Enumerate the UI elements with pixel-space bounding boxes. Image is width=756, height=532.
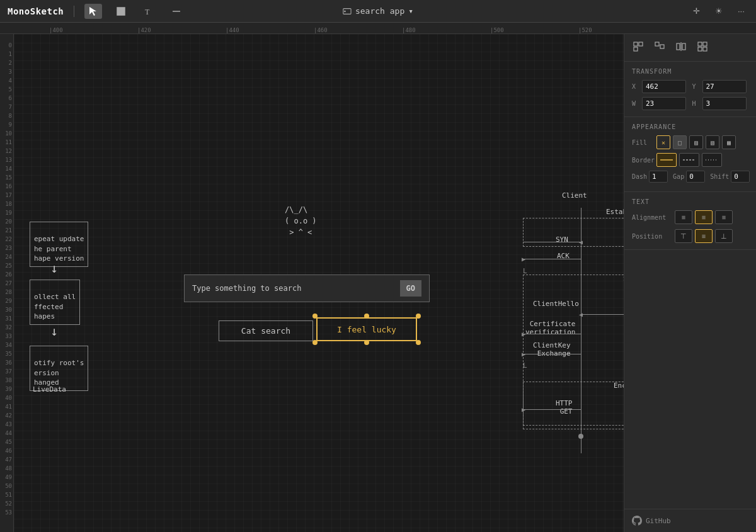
- align-center-btn[interactable]: ≡: [695, 210, 713, 224]
- w-field: W: [632, 97, 689, 110]
- ruler-mark: |520: [578, 27, 592, 33]
- seq-client-label: Client: [562, 191, 587, 200]
- panel-icon-3[interactable]: [672, 39, 690, 56]
- dash-row: Dash Gap Shift: [632, 171, 748, 183]
- h-input[interactable]: [702, 97, 747, 110]
- transform-title: TRANSFORM: [632, 68, 748, 75]
- gap-input[interactable]: [686, 171, 705, 183]
- svg-rect-17: [703, 47, 707, 51]
- ruler-mark: |460: [314, 27, 328, 33]
- border-row: Border: [632, 153, 748, 167]
- seq-http-get-label: HTTPGET: [556, 399, 573, 416]
- seq-l2-marker: L: [523, 361, 527, 370]
- transform-grid: X Y W H: [632, 80, 748, 110]
- gap-label: Gap: [673, 173, 684, 180]
- ruler-mark: |400: [49, 27, 63, 33]
- w-label: W: [632, 100, 639, 107]
- toolbar-sep-1: [74, 6, 74, 17]
- lucky-button[interactable]: I feel lucky: [316, 317, 417, 341]
- seq-end-dot: [578, 434, 583, 439]
- panel-icon-2[interactable]: [651, 39, 668, 56]
- transform-section: TRANSFORM X Y W H: [624, 62, 756, 117]
- alignment-buttons: ≡ ≡ ≡: [675, 210, 733, 224]
- fill-style-solid[interactable]: □: [673, 135, 687, 149]
- fill-swatch-x[interactable]: ✕: [656, 135, 670, 149]
- pos-bot-btn[interactable]: ⊥: [715, 229, 733, 243]
- svg-rect-12: [682, 43, 685, 50]
- seq-syn-label: SYN: [556, 235, 568, 244]
- seq-syn-arrow: ◀: [579, 239, 583, 246]
- svg-marker-0: [89, 7, 96, 16]
- panel-icon-1[interactable]: [629, 39, 647, 56]
- ruler-mark: |420: [137, 27, 151, 33]
- position-row: Position ⊤ ≡ ⊥: [632, 229, 748, 243]
- align-right-btn[interactable]: ≡: [715, 210, 733, 224]
- text-section: TEXT Alignment ≡ ≡ ≡ Position ⊤ ≡ ⊥: [624, 192, 756, 250]
- arrow-1: ↓: [50, 261, 58, 276]
- github-footer[interactable]: GitHub: [624, 509, 756, 532]
- position-label: Position: [632, 233, 670, 240]
- seq-ack-arrow: ▶: [522, 256, 525, 263]
- seq-clienthello-label: ClientHello: [533, 300, 579, 308]
- menu-tool[interactable]: ···: [734, 4, 748, 18]
- svg-text:T: T: [145, 8, 150, 16]
- border-style-solid[interactable]: [656, 153, 677, 167]
- fill-style-4[interactable]: ▩: [722, 135, 736, 149]
- align-left-btn[interactable]: ≡: [675, 210, 692, 224]
- gap-field: Gap: [673, 171, 705, 183]
- seq-httpget-arrow: ▶: [522, 406, 525, 413]
- pos-mid-btn[interactable]: ≡: [695, 229, 713, 243]
- vertical-ruler: 0 1 2 3 4 5 6 7 8 9 10 11 12 13 14 15 16…: [0, 34, 14, 532]
- seq-clienthello-arrow: ◀: [579, 311, 583, 318]
- position-buttons: ⊤ ≡ ⊥: [675, 229, 733, 243]
- alignment-row: Alignment ≡ ≡ ≡: [632, 210, 748, 224]
- seq-encrypt-label: Encrypt: [614, 382, 624, 390]
- x-input[interactable]: [642, 80, 686, 93]
- dash-input[interactable]: [649, 171, 668, 183]
- svg-rect-8: [639, 42, 643, 46]
- y-field: Y: [692, 80, 749, 93]
- search-box[interactable]: Type something to search GO: [184, 274, 430, 302]
- border-label: Border: [632, 157, 654, 164]
- app-logo: MonoSketch: [8, 6, 64, 16]
- alignment-label: Alignment: [632, 214, 670, 221]
- pos-top-btn[interactable]: ⊤: [675, 229, 692, 243]
- ruler-mark: |440: [226, 27, 239, 33]
- toolbar: MonoSketch T search app ▾ ✛ ☀ ···: [0, 0, 756, 23]
- border-style-dotted[interactable]: [702, 153, 722, 167]
- left-text-box-1: epeat updatehe parenthape version: [30, 222, 88, 267]
- horizontal-ruler: |400 |420 |440 |460 |480 |500 |520: [0, 23, 756, 34]
- svg-point-5: [344, 10, 346, 12]
- lucky-button-container[interactable]: I feel lucky: [315, 316, 418, 342]
- panel-icon-4[interactable]: [694, 39, 711, 56]
- search-go-button[interactable]: GO: [400, 280, 421, 297]
- move-tool[interactable]: ✛: [689, 4, 704, 18]
- theme-tool[interactable]: ☀: [711, 4, 726, 18]
- fill-style-2[interactable]: ▨: [689, 135, 703, 149]
- svg-rect-15: [703, 42, 707, 46]
- project-name-area[interactable]: search app ▾: [343, 6, 413, 16]
- x-field: X: [632, 80, 689, 93]
- right-panel: TRANSFORM X Y W H: [624, 34, 756, 532]
- border-style-dashed[interactable]: [679, 153, 699, 167]
- y-input[interactable]: [702, 80, 747, 93]
- text-title: TEXT: [632, 198, 748, 205]
- line-tool[interactable]: [168, 4, 185, 19]
- select-tool[interactable]: [84, 4, 102, 19]
- seq-estab-label: Estab: [606, 208, 624, 216]
- seq-encrypt-box: [523, 382, 624, 429]
- dash-field: Dash: [632, 171, 668, 183]
- left-text-box-2: ollect allffectedhapes: [30, 280, 80, 325]
- svg-rect-10: [660, 45, 664, 48]
- dash-label: Dash: [632, 173, 647, 180]
- text-tool[interactable]: T: [140, 4, 158, 19]
- w-input[interactable]: [642, 97, 686, 110]
- cat-search-button[interactable]: Cat search: [219, 320, 313, 341]
- canvas[interactable]: /\_/\ ( o.o ) > ^ < Type something to se…: [14, 34, 624, 532]
- shift-input[interactable]: [731, 171, 750, 183]
- svg-rect-1: [117, 8, 125, 15]
- fill-label: Fill: [632, 139, 654, 146]
- seq-clienthello-line: [581, 314, 624, 315]
- fill-style-3[interactable]: ▧: [706, 135, 719, 149]
- frame-tool[interactable]: [112, 4, 130, 19]
